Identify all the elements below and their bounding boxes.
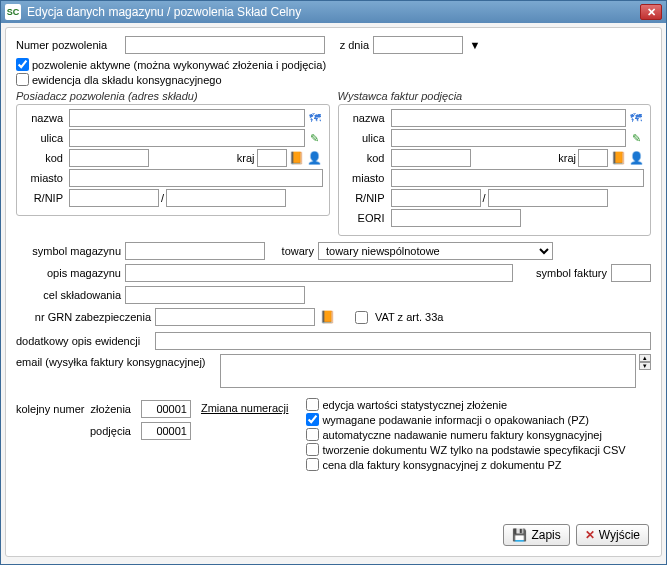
- opt-packaging-checkbox[interactable]: [306, 413, 319, 426]
- opt-auto-invoice-label: automatyczne nadawanie numeru faktury ko…: [322, 429, 601, 441]
- invoice-symbol-label: symbol faktury: [517, 267, 607, 279]
- holder-name-label: nazwa: [23, 112, 67, 124]
- holder-country-input[interactable]: [257, 149, 287, 167]
- permit-number-label: Numer pozwolenia: [16, 39, 121, 51]
- save-icon: 💾: [512, 528, 527, 542]
- vat33a-checkbox[interactable]: [355, 311, 368, 324]
- permit-active-checkbox[interactable]: [16, 58, 29, 71]
- holder-code-input[interactable]: [69, 149, 149, 167]
- holder-country-label: kraj: [237, 152, 255, 164]
- holder-rnip1-input[interactable]: [69, 189, 159, 207]
- save-button-label: Zapis: [531, 528, 560, 542]
- issuer-name-label: nazwa: [345, 112, 389, 124]
- issuer-fieldset-title: Wystawca faktur podjęcia: [338, 90, 652, 102]
- holder-street-input[interactable]: [69, 129, 305, 147]
- storage-purpose-label: cel składowania: [16, 289, 121, 301]
- consignment-registry-label: ewidencja dla składu konsygnacyjnego: [32, 74, 222, 86]
- app-icon: SC: [5, 4, 21, 20]
- permit-number-input[interactable]: [125, 36, 325, 54]
- person-picker-icon[interactable]: 👤: [307, 150, 323, 166]
- holder-rnip2-input[interactable]: [166, 189, 286, 207]
- issuer-rnip1-input[interactable]: [391, 189, 481, 207]
- holder-street-label: ulica: [23, 132, 67, 144]
- window-title: Edycja danych magazynu / pozwolenia Skła…: [27, 5, 640, 19]
- opt-auto-invoice-checkbox[interactable]: [306, 428, 319, 441]
- issuer-country-label: kraj: [558, 152, 576, 164]
- next-number-label: kolejny numer: [16, 403, 84, 415]
- grn-input[interactable]: [155, 308, 315, 326]
- close-icon: ✕: [585, 528, 595, 542]
- permit-active-label: pozwolenie aktywne (można wykonywać złoż…: [32, 59, 326, 71]
- edit-icon[interactable]: ✎: [307, 130, 323, 146]
- address-picker-icon[interactable]: 🗺: [307, 110, 323, 126]
- vat33a-label: VAT z art. 33a: [375, 311, 443, 323]
- address-picker-icon[interactable]: 🗺: [628, 110, 644, 126]
- extra-desc-label: dodatkowy opis ewidencji: [16, 335, 151, 347]
- date-label: z dnia: [329, 39, 369, 51]
- goods-select[interactable]: towary niewspólnotowe: [318, 242, 553, 260]
- consignment-registry-checkbox[interactable]: [16, 73, 29, 86]
- holder-name-input[interactable]: [69, 109, 305, 127]
- issuer-country-input[interactable]: [578, 149, 608, 167]
- issuer-city-input[interactable]: [391, 169, 645, 187]
- goods-label: towary: [269, 245, 314, 257]
- email-label: email (wysyłka faktury konsygnacyjnej): [16, 354, 216, 368]
- holder-city-input[interactable]: [69, 169, 323, 187]
- holder-fieldset-title: Posiadacz pozwolenia (adres składu): [16, 90, 330, 102]
- warehouse-desc-label: opis magazynu: [16, 267, 121, 279]
- opt-stat-edit-checkbox[interactable]: [306, 398, 319, 411]
- country-lookup-icon[interactable]: 📙: [289, 150, 305, 166]
- issuer-city-label: miasto: [345, 172, 389, 184]
- holder-city-label: miasto: [23, 172, 67, 184]
- email-textarea[interactable]: [220, 354, 636, 388]
- issuer-eori-label: EORI: [345, 212, 389, 224]
- issuer-rnip-label: R/NIP: [345, 192, 389, 204]
- opt-price-pz-label: cena dla faktury konsygnacyjnej z dokume…: [322, 459, 561, 471]
- issuer-eori-input[interactable]: [391, 209, 521, 227]
- issuer-street-input[interactable]: [391, 129, 627, 147]
- deposit-label: złożenia: [91, 403, 131, 415]
- person-picker-icon[interactable]: 👤: [628, 150, 644, 166]
- holder-code-label: kod: [23, 152, 67, 164]
- invoice-symbol-input[interactable]: [611, 264, 651, 282]
- issuer-code-label: kod: [345, 152, 389, 164]
- issuer-rnip2-input[interactable]: [488, 189, 608, 207]
- warehouse-symbol-input[interactable]: [125, 242, 265, 260]
- edit-icon[interactable]: ✎: [628, 130, 644, 146]
- grn-label: nr GRN zabezpieczenia: [16, 311, 151, 323]
- deposit-number-input[interactable]: [141, 400, 191, 418]
- save-button[interactable]: 💾 Zapis: [503, 524, 569, 546]
- warehouse-desc-input[interactable]: [125, 264, 513, 282]
- grn-lookup-icon[interactable]: 📙: [319, 309, 335, 325]
- issuer-name-input[interactable]: [391, 109, 627, 127]
- warehouse-symbol-label: symbol magazynu: [16, 245, 121, 257]
- issuer-code-input[interactable]: [391, 149, 471, 167]
- issuer-street-label: ulica: [345, 132, 389, 144]
- exit-button[interactable]: ✕ Wyjście: [576, 524, 649, 546]
- change-numbering-link[interactable]: Zmiana numeracji: [201, 402, 288, 414]
- scroll-down-icon[interactable]: ▾: [639, 362, 651, 370]
- opt-wz-csv-checkbox[interactable]: [306, 443, 319, 456]
- withdraw-number-input[interactable]: [141, 422, 191, 440]
- exit-button-label: Wyjście: [599, 528, 640, 542]
- opt-stat-edit-label: edycja wartości statystycznej złożenie: [322, 399, 507, 411]
- opt-price-pz-checkbox[interactable]: [306, 458, 319, 471]
- storage-purpose-input[interactable]: [125, 286, 305, 304]
- scroll-up-icon[interactable]: ▴: [639, 354, 651, 362]
- close-button[interactable]: ✕: [640, 4, 662, 20]
- date-dropdown-icon[interactable]: ▼: [467, 37, 483, 53]
- date-input[interactable]: [373, 36, 463, 54]
- extra-desc-input[interactable]: [155, 332, 651, 350]
- opt-packaging-label: wymagane podawanie informacji o opakowan…: [322, 414, 589, 426]
- holder-rnip-label: R/NIP: [23, 192, 67, 204]
- country-lookup-icon[interactable]: 📙: [610, 150, 626, 166]
- withdraw-label: podjęcia: [16, 420, 131, 442]
- opt-wz-csv-label: tworzenie dokumentu WZ tylko na podstawi…: [322, 444, 625, 456]
